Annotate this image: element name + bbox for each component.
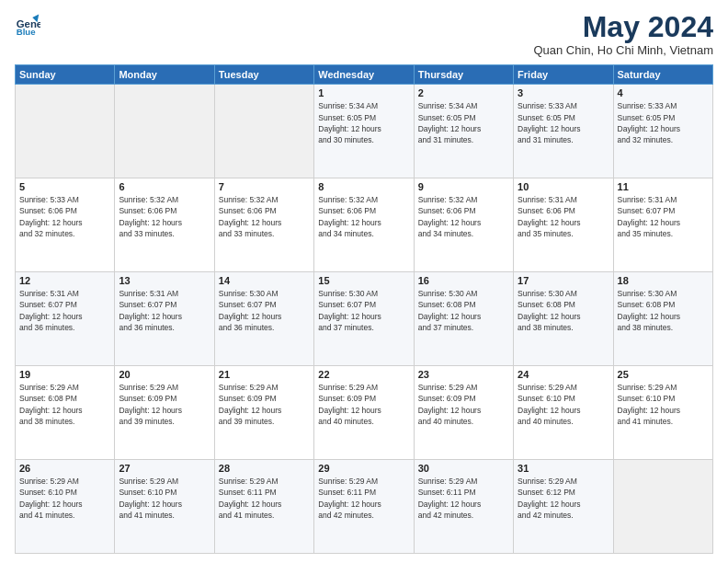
day-number: 26 xyxy=(19,463,110,474)
day-info: Sunrise: 5:33 AMSunset: 6:05 PMDaylight:… xyxy=(618,100,709,145)
day-info: Sunrise: 5:30 AMSunset: 6:08 PMDaylight:… xyxy=(518,288,609,333)
day-info: Sunrise: 5:31 AMSunset: 6:07 PMDaylight:… xyxy=(119,288,210,333)
day-number: 12 xyxy=(19,275,110,286)
table-row: 5Sunrise: 5:33 AMSunset: 6:06 PMDaylight… xyxy=(16,178,115,272)
header-tuesday: Tuesday xyxy=(214,65,313,85)
day-number: 11 xyxy=(618,181,709,192)
day-info: Sunrise: 5:29 AMSunset: 6:09 PMDaylight:… xyxy=(119,382,210,427)
table-row: 29Sunrise: 5:29 AMSunset: 6:11 PMDayligh… xyxy=(314,460,414,554)
table-row: 20Sunrise: 5:29 AMSunset: 6:09 PMDayligh… xyxy=(115,366,214,460)
day-info: Sunrise: 5:29 AMSunset: 6:12 PMDaylight:… xyxy=(518,476,609,521)
day-info: Sunrise: 5:32 AMSunset: 6:06 PMDaylight:… xyxy=(119,194,210,239)
day-number: 14 xyxy=(219,275,310,286)
location: Quan Chin, Ho Chi Minh, Vietnam xyxy=(533,43,713,57)
svg-text:Blue: Blue xyxy=(17,27,36,37)
table-row: 1Sunrise: 5:34 AMSunset: 6:05 PMDaylight… xyxy=(314,85,414,178)
day-number: 13 xyxy=(119,275,210,286)
table-row: 22Sunrise: 5:29 AMSunset: 6:09 PMDayligh… xyxy=(314,366,414,460)
table-row: 10Sunrise: 5:31 AMSunset: 6:06 PMDayligh… xyxy=(514,178,613,272)
table-row: 8Sunrise: 5:32 AMSunset: 6:06 PMDaylight… xyxy=(314,178,414,272)
day-info: Sunrise: 5:33 AMSunset: 6:06 PMDaylight:… xyxy=(19,194,110,239)
table-row: 31Sunrise: 5:29 AMSunset: 6:12 PMDayligh… xyxy=(514,460,613,554)
table-row: 19Sunrise: 5:29 AMSunset: 6:08 PMDayligh… xyxy=(16,366,115,460)
table-row: 27Sunrise: 5:29 AMSunset: 6:10 PMDayligh… xyxy=(115,460,214,554)
day-number: 20 xyxy=(119,369,210,380)
day-number: 16 xyxy=(418,275,509,286)
week-row-4: 19Sunrise: 5:29 AMSunset: 6:08 PMDayligh… xyxy=(16,366,713,460)
day-number: 29 xyxy=(318,463,409,474)
table-row: 23Sunrise: 5:29 AMSunset: 6:09 PMDayligh… xyxy=(414,366,513,460)
header-friday: Friday xyxy=(514,65,613,85)
day-info: Sunrise: 5:29 AMSunset: 6:10 PMDaylight:… xyxy=(618,382,709,427)
day-number: 9 xyxy=(418,181,509,192)
day-number: 3 xyxy=(518,87,609,98)
header: General Blue May 2024 Quan Chin, Ho Chi … xyxy=(15,11,713,57)
day-info: Sunrise: 5:31 AMSunset: 6:07 PMDaylight:… xyxy=(618,194,709,239)
table-row xyxy=(214,85,313,178)
week-row-3: 12Sunrise: 5:31 AMSunset: 6:07 PMDayligh… xyxy=(16,272,713,366)
header-monday: Monday xyxy=(115,65,214,85)
table-row: 11Sunrise: 5:31 AMSunset: 6:07 PMDayligh… xyxy=(613,178,712,272)
day-info: Sunrise: 5:31 AMSunset: 6:07 PMDaylight:… xyxy=(19,288,110,333)
day-info: Sunrise: 5:30 AMSunset: 6:08 PMDaylight:… xyxy=(418,288,509,333)
table-row: 6Sunrise: 5:32 AMSunset: 6:06 PMDaylight… xyxy=(115,178,214,272)
month-year: May 2024 xyxy=(533,11,713,43)
day-number: 31 xyxy=(518,463,609,474)
day-number: 18 xyxy=(618,275,709,286)
day-info: Sunrise: 5:29 AMSunset: 6:11 PMDaylight:… xyxy=(418,476,509,521)
page: General Blue May 2024 Quan Chin, Ho Chi … xyxy=(0,0,728,563)
table-row xyxy=(115,85,214,178)
day-info: Sunrise: 5:32 AMSunset: 6:06 PMDaylight:… xyxy=(418,194,509,239)
table-row xyxy=(16,85,115,178)
table-row: 30Sunrise: 5:29 AMSunset: 6:11 PMDayligh… xyxy=(414,460,513,554)
day-number: 2 xyxy=(418,87,509,98)
table-row: 17Sunrise: 5:30 AMSunset: 6:08 PMDayligh… xyxy=(514,272,613,366)
day-info: Sunrise: 5:29 AMSunset: 6:11 PMDaylight:… xyxy=(318,476,409,521)
day-info: Sunrise: 5:29 AMSunset: 6:08 PMDaylight:… xyxy=(19,382,110,427)
table-row: 21Sunrise: 5:29 AMSunset: 6:09 PMDayligh… xyxy=(214,366,313,460)
day-number: 19 xyxy=(19,369,110,380)
day-info: Sunrise: 5:30 AMSunset: 6:08 PMDaylight:… xyxy=(618,288,709,333)
day-info: Sunrise: 5:29 AMSunset: 6:09 PMDaylight:… xyxy=(418,382,509,427)
day-info: Sunrise: 5:29 AMSunset: 6:09 PMDaylight:… xyxy=(219,382,310,427)
logo-icon: General Blue xyxy=(15,11,40,37)
day-number: 28 xyxy=(219,463,310,474)
day-info: Sunrise: 5:32 AMSunset: 6:06 PMDaylight:… xyxy=(219,194,310,239)
header-sunday: Sunday xyxy=(16,65,115,85)
table-row: 12Sunrise: 5:31 AMSunset: 6:07 PMDayligh… xyxy=(16,272,115,366)
day-info: Sunrise: 5:33 AMSunset: 6:05 PMDaylight:… xyxy=(518,100,609,145)
day-number: 6 xyxy=(119,181,210,192)
day-number: 4 xyxy=(618,87,709,98)
day-number: 7 xyxy=(219,181,310,192)
day-info: Sunrise: 5:29 AMSunset: 6:10 PMDaylight:… xyxy=(19,476,110,521)
logo: General Blue xyxy=(15,11,40,37)
table-row: 7Sunrise: 5:32 AMSunset: 6:06 PMDaylight… xyxy=(214,178,313,272)
day-info: Sunrise: 5:34 AMSunset: 6:05 PMDaylight:… xyxy=(318,100,409,145)
header-saturday: Saturday xyxy=(613,65,712,85)
header-wednesday: Wednesday xyxy=(314,65,414,85)
header-thursday: Thursday xyxy=(414,65,513,85)
day-number: 22 xyxy=(318,369,409,380)
day-number: 25 xyxy=(618,369,709,380)
day-number: 24 xyxy=(518,369,609,380)
day-number: 27 xyxy=(119,463,210,474)
day-info: Sunrise: 5:31 AMSunset: 6:06 PMDaylight:… xyxy=(518,194,609,239)
day-info: Sunrise: 5:34 AMSunset: 6:05 PMDaylight:… xyxy=(418,100,509,145)
table-row: 25Sunrise: 5:29 AMSunset: 6:10 PMDayligh… xyxy=(613,366,712,460)
day-info: Sunrise: 5:29 AMSunset: 6:10 PMDaylight:… xyxy=(119,476,210,521)
table-row: 15Sunrise: 5:30 AMSunset: 6:07 PMDayligh… xyxy=(314,272,414,366)
table-row: 4Sunrise: 5:33 AMSunset: 6:05 PMDaylight… xyxy=(613,85,712,178)
day-number: 15 xyxy=(318,275,409,286)
table-row: 13Sunrise: 5:31 AMSunset: 6:07 PMDayligh… xyxy=(115,272,214,366)
day-number: 17 xyxy=(518,275,609,286)
table-row xyxy=(613,460,712,554)
day-info: Sunrise: 5:30 AMSunset: 6:07 PMDaylight:… xyxy=(219,288,310,333)
table-row: 3Sunrise: 5:33 AMSunset: 6:05 PMDaylight… xyxy=(514,85,613,178)
day-number: 23 xyxy=(418,369,509,380)
table-row: 9Sunrise: 5:32 AMSunset: 6:06 PMDaylight… xyxy=(414,178,513,272)
table-row: 28Sunrise: 5:29 AMSunset: 6:11 PMDayligh… xyxy=(214,460,313,554)
day-number: 30 xyxy=(418,463,509,474)
day-number: 8 xyxy=(318,181,409,192)
day-number: 21 xyxy=(219,369,310,380)
day-info: Sunrise: 5:32 AMSunset: 6:06 PMDaylight:… xyxy=(318,194,409,239)
